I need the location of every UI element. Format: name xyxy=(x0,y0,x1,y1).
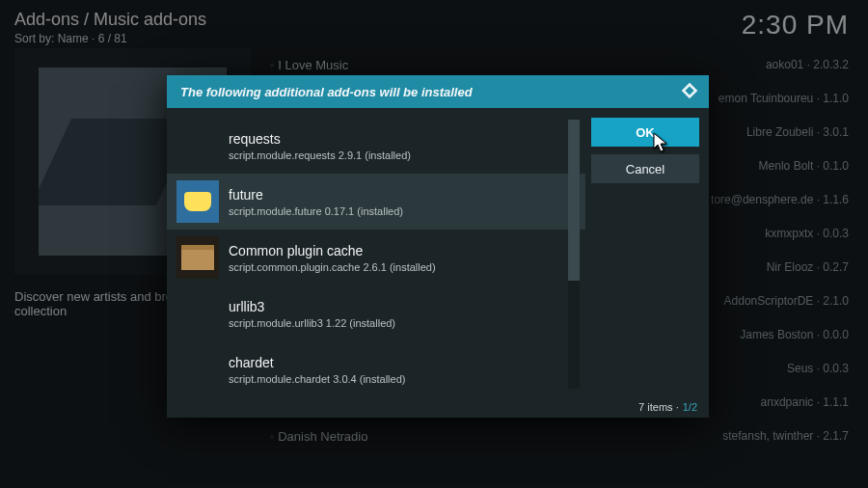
dependency-list[interactable]: requestsscript.module.requests 2.9.1 (in… xyxy=(167,108,585,396)
dependency-item[interactable]: requestsscript.module.requests 2.9.1 (in… xyxy=(167,118,585,174)
bg-item-meta: Libre Zoubeli · 3.0.1 xyxy=(746,125,849,140)
clock: 2:30 PM xyxy=(742,10,849,45)
breadcrumb: Add-ons / Music add-ons xyxy=(14,10,206,30)
dependency-sub: script.module.chardet 3.0.4 (installed) xyxy=(229,373,405,385)
bg-item-meta: kxmxpxtx · 0.0.3 xyxy=(765,227,849,241)
dependency-item[interactable]: urllib3script.module.urllib3 1.22 (insta… xyxy=(167,285,585,341)
kodi-logo-icon xyxy=(680,81,699,103)
dependency-name: chardet xyxy=(229,355,405,370)
dependency-sub: script.common.plugin.cache 2.6.1 (instal… xyxy=(229,261,436,273)
dependency-sub: script.module.future 0.17.1 (installed) xyxy=(229,205,403,217)
box-icon xyxy=(176,236,219,279)
bg-item-meta: emon Tcuinboureu · 1.1.0 xyxy=(719,92,849,106)
dialog-footer: 7 items · 1/2 xyxy=(167,396,709,418)
dependency-dialog: The following additional add-ons will be… xyxy=(167,75,709,418)
ok-button[interactable]: OK xyxy=(591,118,699,147)
dependency-sub: script.module.urllib3 1.22 (installed) xyxy=(229,317,395,329)
python-icon xyxy=(176,180,219,223)
dependency-item[interactable]: Common plugin cachescript.common.plugin.… xyxy=(167,230,585,285)
bg-item-name: Danish Netradio xyxy=(270,429,367,444)
bg-item-meta: aoko01 · 2.0.3.2 xyxy=(766,58,849,72)
dialog-header: The following additional add-ons will be… xyxy=(167,75,709,108)
dependency-sub: script.module.requests 2.9.1 (installed) xyxy=(229,149,411,161)
scrollbar[interactable] xyxy=(568,120,580,389)
dependency-name: Common plugin cache xyxy=(229,243,436,258)
sort-info: Sort by: Name · 6 / 81 xyxy=(14,32,206,45)
dependency-name: future xyxy=(229,187,403,203)
dependency-name: urllib3 xyxy=(229,299,395,314)
bg-item-meta: AddonScriptorDE · 2.1.0 xyxy=(724,294,849,309)
scroll-thumb[interactable] xyxy=(568,120,580,281)
dependency-item[interactable]: futurescript.module.future 0.17.1 (insta… xyxy=(167,174,585,230)
bg-item-meta: Seus · 0.0.3 xyxy=(787,362,849,376)
dependency-item[interactable]: chardetscript.module.chardet 3.0.4 (inst… xyxy=(167,341,585,396)
page-indicator: 1/2 xyxy=(683,401,697,413)
bg-item-meta: stefansh, twinther · 2.1.7 xyxy=(722,429,849,444)
cancel-button[interactable]: Cancel xyxy=(591,154,699,183)
bg-item-meta: Menlo Bolt · 0.1.0 xyxy=(759,159,849,174)
bg-item-name: I Love Music xyxy=(270,58,348,72)
dependency-name: requests xyxy=(229,131,411,147)
bg-item-meta: anxdpanic · 1.1.1 xyxy=(761,395,849,410)
item-count: 7 items · xyxy=(638,401,679,413)
bg-item-meta: James Boston · 0.0.0 xyxy=(740,328,849,342)
bg-item-meta: Nir Elooz · 0.2.7 xyxy=(767,260,849,275)
bg-item-meta: tore@densphere.de · 1.1.6 xyxy=(711,193,849,207)
dialog-title: The following additional add-ons will be… xyxy=(180,85,473,99)
bg-list-item[interactable]: Danish Netradiostefansh, twinther · 2.1.… xyxy=(270,420,849,453)
